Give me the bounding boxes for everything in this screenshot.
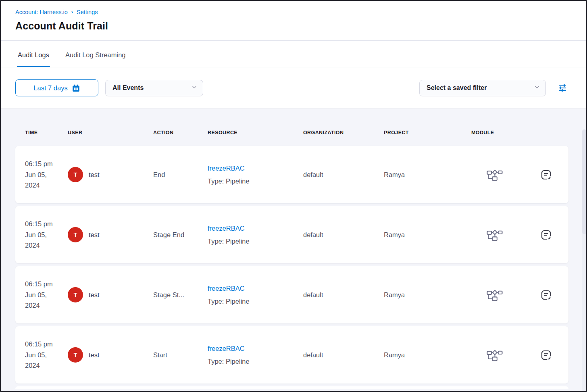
tabs-bar: Audit Logs Audit Log Streaming bbox=[1, 41, 586, 67]
event-summary-button[interactable] bbox=[539, 288, 554, 302]
time-cell: 06:15 pm Jun 05, 2024 bbox=[25, 339, 62, 371]
user-name: test bbox=[89, 351, 100, 359]
event-summary-button[interactable] bbox=[539, 348, 554, 363]
table-row: 06:15 pm Jun 05, 2024 T test Stage End f… bbox=[15, 206, 568, 263]
event-summary-note-icon bbox=[540, 289, 552, 301]
note-cell bbox=[523, 288, 568, 302]
event-type-value: All Events bbox=[112, 84, 144, 92]
resource-type: Type: Pipeline bbox=[208, 238, 303, 245]
pipeline-module-icon bbox=[487, 228, 503, 242]
note-cell bbox=[523, 167, 568, 182]
column-header-resource: RESOURCE bbox=[208, 130, 303, 136]
user-name: test bbox=[89, 171, 100, 179]
organization-cell: default bbox=[303, 351, 384, 359]
audit-table-section: TIME USER ACTION RESOURCE ORGANIZATION P… bbox=[1, 109, 586, 392]
page-header: Account: Harness.io › Settings Account A… bbox=[1, 1, 586, 41]
event-date: Jun 05, 2024 bbox=[25, 350, 62, 371]
filter-sliders-icon bbox=[557, 83, 568, 93]
column-header-user: USER bbox=[68, 130, 153, 136]
tab-audit-log-streaming[interactable]: Audit Log Streaming bbox=[65, 44, 127, 67]
event-time: 06:15 pm bbox=[25, 280, 53, 288]
resource-link[interactable]: freezeRBAC bbox=[208, 165, 245, 172]
pipeline-module-icon bbox=[487, 168, 503, 181]
date-range-button[interactable]: Last 7 days bbox=[15, 79, 98, 96]
resource-link[interactable]: freezeRBAC bbox=[208, 225, 245, 232]
event-time: 06:15 pm bbox=[25, 160, 53, 167]
audit-table-header: TIME USER ACTION RESOURCE ORGANIZATION P… bbox=[15, 109, 568, 146]
project-cell: Ramya bbox=[384, 171, 471, 179]
resource-type: Type: Pipeline bbox=[208, 298, 303, 305]
resource-link[interactable]: freezeRBAC bbox=[208, 285, 245, 292]
table-row: 06:15 pm Jun 05, 2024 T test Stage St...… bbox=[15, 266, 568, 323]
filter-settings-button[interactable] bbox=[557, 83, 568, 93]
module-cell bbox=[471, 228, 523, 242]
scrollbar-thumb[interactable] bbox=[582, 129, 586, 234]
event-summary-note-icon bbox=[540, 229, 552, 241]
time-cell: 06:15 pm Jun 05, 2024 bbox=[25, 158, 62, 190]
event-summary-button[interactable] bbox=[539, 167, 554, 182]
action-cell: Stage St... bbox=[153, 291, 208, 299]
action-cell: Start bbox=[153, 351, 208, 359]
organization-cell: default bbox=[303, 291, 384, 299]
chevron-down-icon bbox=[534, 84, 540, 92]
date-range-label: Last 7 days bbox=[33, 84, 67, 92]
calendar-icon bbox=[72, 84, 80, 92]
user-cell: T test bbox=[68, 347, 153, 363]
column-header-project: PROJECT bbox=[384, 130, 471, 136]
event-date: Jun 05, 2024 bbox=[25, 229, 62, 251]
chevron-down-icon bbox=[192, 84, 197, 92]
resource-cell: freezeRBAC Type: Pipeline bbox=[208, 285, 303, 304]
module-cell bbox=[471, 348, 523, 362]
column-header-module: MODULE bbox=[471, 130, 523, 136]
resource-cell: freezeRBAC Type: Pipeline bbox=[208, 345, 303, 365]
action-cell: Stage End bbox=[153, 231, 208, 239]
event-summary-button[interactable] bbox=[539, 227, 554, 242]
page-title: Account Audit Trail bbox=[15, 20, 572, 32]
vertical-scrollbar[interactable] bbox=[582, 129, 586, 392]
event-summary-note-icon bbox=[540, 169, 552, 181]
project-cell: Ramya bbox=[384, 231, 471, 239]
column-header-organization: ORGANIZATION bbox=[303, 130, 384, 136]
pipeline-module-icon bbox=[487, 288, 503, 302]
breadcrumb-settings-link[interactable]: Settings bbox=[77, 9, 98, 15]
event-date: Jun 05, 2024 bbox=[25, 290, 62, 311]
event-type-dropdown[interactable]: All Events bbox=[105, 80, 203, 96]
breadcrumb-separator-icon: › bbox=[71, 9, 73, 15]
filter-bar: Last 7 days All Events Select a saved fi… bbox=[1, 67, 586, 109]
user-cell: T test bbox=[68, 167, 153, 182]
note-cell bbox=[523, 227, 568, 242]
event-time: 06:15 pm bbox=[25, 340, 53, 348]
resource-link[interactable]: freezeRBAC bbox=[208, 345, 245, 352]
breadcrumb-account-link[interactable]: Account: Harness.io bbox=[15, 9, 68, 15]
saved-filter-dropdown[interactable]: Select a saved filter bbox=[419, 80, 546, 96]
table-row: 06:15 pm Jun 05, 2024 T test End freezeR… bbox=[15, 146, 568, 203]
table-row: 06:15 pm Jun 05, 2024 T test Start freez… bbox=[15, 326, 568, 384]
time-cell: 06:15 pm Jun 05, 2024 bbox=[25, 279, 62, 311]
organization-cell: default bbox=[303, 231, 384, 239]
event-date: Jun 05, 2024 bbox=[25, 169, 62, 191]
avatar: T bbox=[68, 227, 83, 242]
avatar: T bbox=[68, 167, 83, 182]
user-cell: T test bbox=[68, 287, 153, 302]
audit-table-body: 06:15 pm Jun 05, 2024 T test End freezeR… bbox=[1, 146, 586, 384]
resource-type: Type: Pipeline bbox=[208, 358, 303, 365]
time-cell: 06:15 pm Jun 05, 2024 bbox=[25, 219, 62, 250]
avatar: T bbox=[68, 287, 83, 302]
next-row-peek bbox=[15, 386, 568, 389]
user-cell: T test bbox=[68, 227, 153, 242]
resource-type: Type: Pipeline bbox=[208, 178, 303, 185]
column-header-time: TIME bbox=[25, 130, 68, 136]
breadcrumb: Account: Harness.io › Settings bbox=[15, 9, 572, 15]
saved-filter-placeholder: Select a saved filter bbox=[427, 84, 487, 92]
event-summary-note-icon bbox=[540, 349, 552, 361]
column-header-action: ACTION bbox=[153, 130, 208, 136]
project-cell: Ramya bbox=[384, 291, 471, 299]
user-name: test bbox=[89, 231, 100, 239]
action-cell: End bbox=[153, 171, 208, 179]
organization-cell: default bbox=[303, 171, 384, 179]
resource-cell: freezeRBAC Type: Pipeline bbox=[208, 225, 303, 244]
pipeline-module-icon bbox=[487, 348, 503, 362]
note-cell bbox=[523, 348, 568, 363]
avatar: T bbox=[68, 347, 83, 363]
tab-audit-logs[interactable]: Audit Logs bbox=[17, 44, 50, 67]
